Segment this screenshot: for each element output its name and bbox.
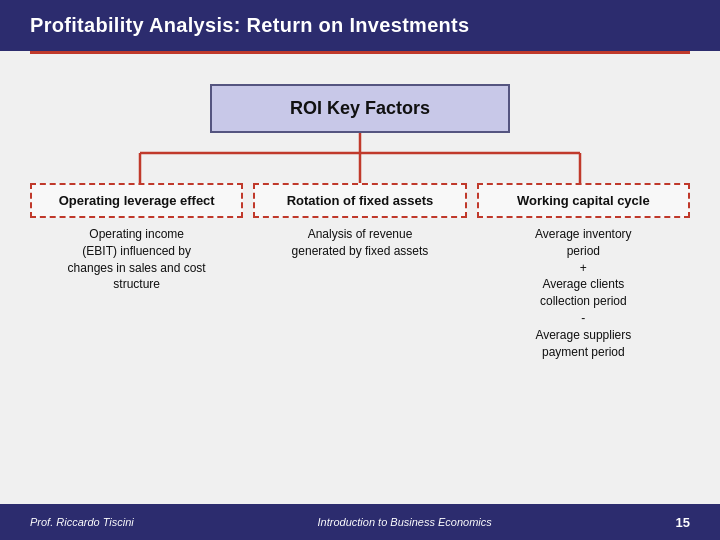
footer-author: Prof. Riccardo Tiscini xyxy=(30,516,134,528)
factor-label-1: Operating leverage effect xyxy=(59,193,215,208)
connector-area xyxy=(30,133,690,183)
content-area: ROI Key Factors Operating lever xyxy=(0,54,720,370)
slide-header: Profitability Analysis: Return on Invest… xyxy=(0,0,720,51)
factor-box-3: Working capital cycle xyxy=(477,183,690,218)
column-operating-leverage: Operating leverage effect Operating inco… xyxy=(30,183,243,360)
factor-desc-1: Operating income(EBIT) influenced bychan… xyxy=(68,226,206,293)
factors-columns: Operating leverage effect Operating inco… xyxy=(30,183,690,360)
slide: Profitability Analysis: Return on Invest… xyxy=(0,0,720,540)
footer-page: 15 xyxy=(676,515,690,530)
factor-box-2: Rotation of fixed assets xyxy=(253,183,466,218)
factor-box-1: Operating leverage effect xyxy=(30,183,243,218)
header-title: Profitability Analysis: Return on Invest… xyxy=(30,14,470,36)
column-working-capital: Working capital cycle Average inventoryp… xyxy=(477,183,690,360)
roi-key-factors-label: ROI Key Factors xyxy=(290,98,430,118)
slide-footer: Prof. Riccardo Tiscini Introduction to B… xyxy=(0,504,720,540)
factor-desc-2: Analysis of revenuegenerated by fixed as… xyxy=(292,226,429,260)
factor-desc-3: Average inventoryperiod+Average clientsc… xyxy=(535,226,632,360)
footer-course: Introduction to Business Economics xyxy=(318,516,492,528)
factor-label-3: Working capital cycle xyxy=(517,193,650,208)
factor-label-2: Rotation of fixed assets xyxy=(287,193,434,208)
connector-svg xyxy=(30,133,690,183)
roi-key-factors-box: ROI Key Factors xyxy=(210,84,510,133)
column-rotation-fixed-assets: Rotation of fixed assets Analysis of rev… xyxy=(253,183,466,360)
